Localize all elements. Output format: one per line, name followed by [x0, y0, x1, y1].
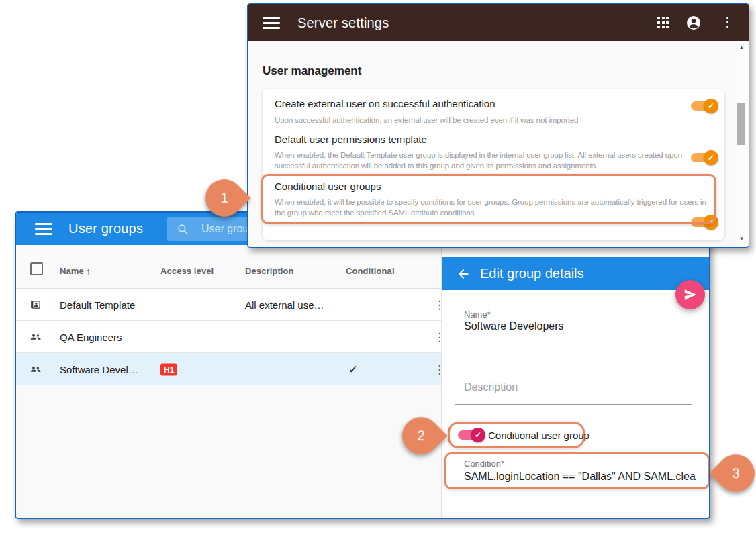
cell-name: Default Template	[60, 299, 135, 310]
column-header-conditional[interactable]: Conditional	[346, 266, 395, 276]
cell-description: All external use…	[245, 299, 324, 310]
send-icon	[683, 287, 698, 302]
condition-field-label: Condition*	[446, 454, 708, 469]
scrollbar-thumb[interactable]	[737, 103, 745, 145]
setting-title: Default user permissions template	[275, 134, 427, 145]
edit-group-panel: Edit group details Name* ✓ Conditional u…	[441, 245, 710, 518]
apps-grid-icon[interactable]	[657, 17, 669, 28]
select-all-checkbox[interactable]	[30, 262, 43, 275]
column-header-description[interactable]: Description	[245, 266, 294, 276]
user-groups-table: Name ↑ Access level Description Conditio…	[16, 245, 441, 518]
screenshot-stage: User groups Name ↑ Access level Descript…	[0, 0, 756, 533]
menu-icon[interactable]	[263, 17, 280, 29]
scrollbar[interactable]: ▲ ▼	[737, 42, 747, 244]
account-icon[interactable]	[686, 15, 702, 31]
table-row-selected[interactable]: Software Devel… H1 ✓ ⋮	[16, 353, 441, 385]
server-settings-window: Server settings ⋮ User management Create…	[247, 3, 749, 248]
table-row[interactable]: QA Engineers ⋮	[16, 321, 441, 353]
name-input[interactable]	[455, 320, 687, 333]
conditional-user-group-toggle[interactable]: ✓	[458, 427, 486, 443]
column-header-access-level[interactable]: Access level	[160, 266, 214, 276]
setting-description: Upon successful authentication, an exter…	[275, 115, 712, 126]
condition-field-highlight: Condition*	[444, 452, 710, 489]
description-input[interactable]	[455, 381, 687, 394]
save-group-button[interactable]	[675, 280, 705, 309]
cell-name: QA Engineers	[60, 331, 122, 342]
annotation-step-3: 3	[709, 446, 756, 499]
section-title: User management	[263, 64, 361, 78]
cell-access-level: H1	[160, 362, 177, 375]
toggle-check-icon: ✓	[471, 428, 485, 442]
window-title: Server settings	[297, 15, 389, 31]
table-row[interactable]: Default Template All external use… ⋮	[16, 289, 441, 321]
menu-icon[interactable]	[35, 223, 52, 235]
access-level-badge: H1	[160, 363, 177, 375]
conditional-toggle-label: Conditional user group	[488, 430, 589, 441]
name-field[interactable]: Name*	[455, 307, 692, 340]
description-field[interactable]	[455, 370, 692, 405]
name-field-label: Name*	[455, 307, 692, 320]
user-groups-window: User groups Name ↑ Access level Descript…	[15, 211, 710, 519]
search-icon	[177, 223, 189, 236]
column-header-name[interactable]: Name	[60, 266, 84, 276]
conditional-user-groups-highlight	[261, 174, 716, 224]
scroll-down-icon[interactable]: ▼	[737, 235, 747, 243]
toggle-check-icon: ✓	[704, 150, 718, 165]
contact-book-icon	[30, 299, 41, 310]
setting-title: Create external user on successful authe…	[275, 98, 495, 109]
sort-ascending-icon[interactable]: ↑	[86, 266, 91, 277]
condition-input[interactable]	[446, 470, 710, 483]
edit-panel-title: Edit group details	[480, 266, 584, 281]
scroll-up-icon[interactable]: ▲	[737, 44, 747, 52]
server-settings-header: Server settings ⋮	[248, 4, 749, 41]
group-icon	[30, 331, 42, 343]
conditional-toggle-highlight: ✓ Conditional user group	[448, 422, 585, 448]
group-icon	[30, 363, 42, 375]
create-external-user-toggle[interactable]: ✓	[691, 98, 719, 114]
more-options-icon[interactable]: ⋮	[721, 17, 734, 28]
cell-name: Software Devel…	[60, 363, 138, 375]
conditional-check-icon: ✓	[348, 362, 358, 376]
setting-description: When enabled, the Default Template user …	[275, 150, 712, 171]
toggle-check-icon: ✓	[704, 99, 718, 113]
back-icon[interactable]	[456, 266, 471, 281]
default-permissions-template-toggle[interactable]: ✓	[691, 150, 719, 166]
table-header-row: Name ↑ Access level Description Conditio…	[16, 245, 441, 289]
page-title: User groups	[68, 221, 143, 236]
edit-panel-header: Edit group details	[442, 257, 710, 290]
